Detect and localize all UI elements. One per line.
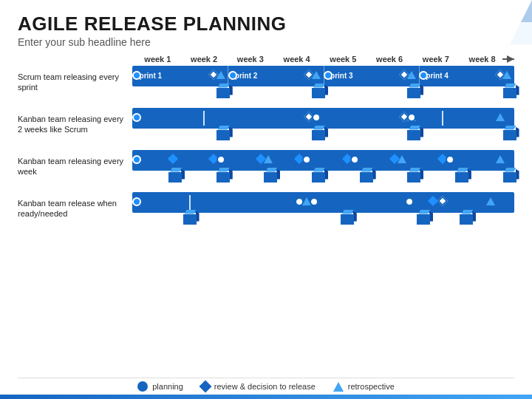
release-icon [360, 172, 373, 183]
week-label: week 4 [273, 55, 320, 64]
release-icon [341, 214, 354, 225]
legend-icon-triangle [333, 382, 344, 392]
week-label: week 8 [459, 55, 505, 64]
release-icon [312, 88, 325, 98]
row-label: Kanban team release when ready/needed [18, 192, 132, 219]
track-icon-planning-outline [350, 155, 359, 164]
week-label: week 2 [181, 55, 228, 64]
track-icon-planning [132, 155, 141, 164]
track-icon-triangle [496, 113, 505, 121]
releases-row [132, 86, 514, 103]
subtitle: Enter your sub headline here [18, 36, 514, 48]
track-icon-triangle [398, 155, 406, 163]
slide: AGILE RELEASE PLANNING Enter your sub he… [0, 0, 532, 399]
week-header: week 1week 2week 3week 4week 5week 6week… [134, 54, 514, 64]
track-icon-triangle [264, 155, 273, 163]
track-icon-planning [132, 113, 141, 122]
title: AGILE RELEASE PLANNING [18, 13, 514, 35]
rows-container: Scrum team releasing every sprintsprint … [18, 66, 514, 373]
track-icon-triangle [502, 71, 511, 79]
row-label: Scrum team releasing every sprint [18, 66, 132, 93]
release-icon [460, 214, 473, 225]
week-label: week 6 [366, 55, 413, 64]
track-icon-diamond [429, 197, 437, 205]
release-icon [503, 88, 516, 98]
release-icon [503, 130, 516, 140]
legend-label: retrospective [348, 382, 395, 391]
content-area: week 1week 2week 3week 4week 5week 6week… [18, 54, 514, 392]
track-icon-planning [132, 71, 141, 80]
release-icon [503, 172, 516, 183]
legend-item: planning [137, 381, 183, 392]
timeline-row: Scrum team releasing every sprintsprint … [18, 66, 514, 103]
release-icon [312, 172, 325, 183]
track-icon-planning-outline [312, 113, 321, 122]
track-icon-planning-outline [407, 113, 416, 122]
timeline-track: sprint 1sprint 2sprint 3sprint 4 [132, 66, 514, 86]
track-icon-v-line [203, 109, 205, 127]
release-icon [407, 172, 420, 183]
legend: planningreview & decision to releaseretr… [18, 378, 514, 392]
top-right-decoration [488, 0, 532, 44]
legend-item: review & decision to release [201, 382, 316, 391]
row-track-container: sprint 1sprint 2sprint 3sprint 4 [132, 66, 514, 103]
track-icon-planning [419, 71, 428, 80]
release-icon [216, 88, 230, 98]
legend-icon-diamond [201, 382, 210, 391]
track-icon-planning-outline [216, 155, 225, 164]
timeline-track [132, 150, 514, 171]
release-icon [312, 130, 325, 140]
release-icon [407, 130, 420, 140]
legend-item: retrospective [333, 382, 395, 392]
track-icon-v-line [189, 194, 191, 211]
release-icon [183, 214, 197, 225]
week-label: week 7 [413, 55, 460, 64]
legend-label: planning [152, 382, 183, 391]
release-icon [455, 172, 468, 183]
release-icon [216, 130, 230, 140]
timeline-track [132, 108, 514, 129]
legend-label: review & decision to release [214, 382, 316, 391]
row-track-container [132, 108, 514, 145]
track-icon-planning-outline [310, 197, 318, 206]
track-icon-triangle [407, 71, 416, 79]
bottom-bar [0, 395, 532, 399]
row-label: Kanban team releasing every week [18, 150, 132, 177]
track-icon-triangle [486, 197, 495, 205]
legend-icon-planning [137, 381, 148, 392]
track-icon-v-line [442, 109, 443, 127]
week-label: week 1 [134, 55, 181, 64]
row-track-container [132, 192, 514, 229]
timeline-row: Kanban team releasing every week [18, 150, 514, 187]
releases-row [132, 171, 514, 187]
row-label: Kanban team releasing every 2 weeks like… [18, 108, 132, 135]
track-icon-triangle [216, 71, 225, 79]
track-icon-planning-outline [446, 155, 454, 164]
week-labels: week 1week 2week 3week 4week 5week 6week… [134, 55, 505, 64]
week-label: week 5 [320, 55, 366, 64]
week-label: week 3 [228, 55, 274, 64]
timeline-track [132, 192, 514, 213]
timeline-row: Kanban team release when ready/needed [18, 192, 514, 229]
timeline-row: Kanban team releasing every 2 weeks like… [18, 108, 514, 145]
release-icon [168, 172, 182, 183]
track-icon-diamond [169, 155, 177, 163]
track-icon-planning [228, 71, 237, 80]
track-icon-triangle [312, 71, 321, 79]
track-icon-diamond-outline [439, 197, 446, 205]
row-track-container [132, 150, 514, 187]
track-icon-planning [132, 197, 141, 206]
release-icon [417, 214, 430, 225]
release-icon [407, 88, 420, 98]
releases-row [132, 129, 514, 145]
track-icon-planning-outline [302, 155, 311, 164]
release-icon [216, 172, 230, 183]
releases-row [132, 213, 514, 229]
release-icon [264, 172, 277, 183]
track-icon-planning-outline [405, 197, 414, 206]
track-icon-triangle [496, 155, 505, 163]
track-icon-planning [324, 71, 332, 80]
